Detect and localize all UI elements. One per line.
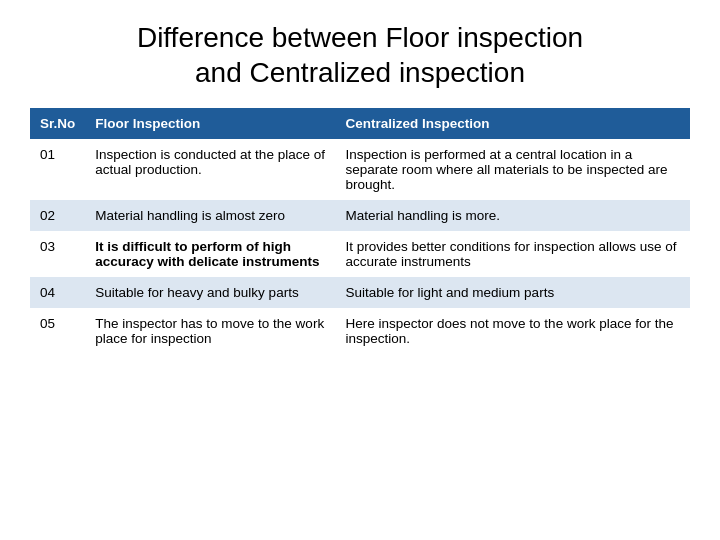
cell-centralized: Here inspector does not move to the work… [336, 308, 690, 354]
cell-srno: 02 [30, 200, 85, 231]
cell-srno: 05 [30, 308, 85, 354]
table-row: 05The inspector has to move to the work … [30, 308, 690, 354]
page: Difference between Floor inspection and … [0, 0, 720, 540]
cell-srno: 04 [30, 277, 85, 308]
cell-floor: Suitable for heavy and bulky parts [85, 277, 335, 308]
cell-srno: 01 [30, 139, 85, 200]
cell-floor: Inspection is conducted at the place of … [85, 139, 335, 200]
header-centralized: Centralized Inspection [336, 108, 690, 139]
cell-floor: The inspector has to move to the work pl… [85, 308, 335, 354]
cell-centralized: Inspection is performed at a central loc… [336, 139, 690, 200]
header-floor: Floor Inspection [85, 108, 335, 139]
header-srno: Sr.No [30, 108, 85, 139]
cell-centralized: It provides better conditions for inspec… [336, 231, 690, 277]
title-line2: and Centralized inspection [195, 57, 525, 88]
cell-centralized: Suitable for light and medium parts [336, 277, 690, 308]
table-row: 03It is difficult to perform of high acc… [30, 231, 690, 277]
table-row: 01Inspection is conducted at the place o… [30, 139, 690, 200]
cell-srno: 03 [30, 231, 85, 277]
table-row: 02Material handling is almost zeroMateri… [30, 200, 690, 231]
table-row: 04Suitable for heavy and bulky partsSuit… [30, 277, 690, 308]
comparison-table: Sr.No Floor Inspection Centralized Inspe… [30, 108, 690, 354]
cell-centralized: Material handling is more. [336, 200, 690, 231]
title-line1: Difference between Floor inspection [137, 22, 583, 53]
table-header-row: Sr.No Floor Inspection Centralized Inspe… [30, 108, 690, 139]
cell-floor: It is difficult to perform of high accur… [85, 231, 335, 277]
page-title: Difference between Floor inspection and … [30, 20, 690, 90]
cell-floor: Material handling is almost zero [85, 200, 335, 231]
